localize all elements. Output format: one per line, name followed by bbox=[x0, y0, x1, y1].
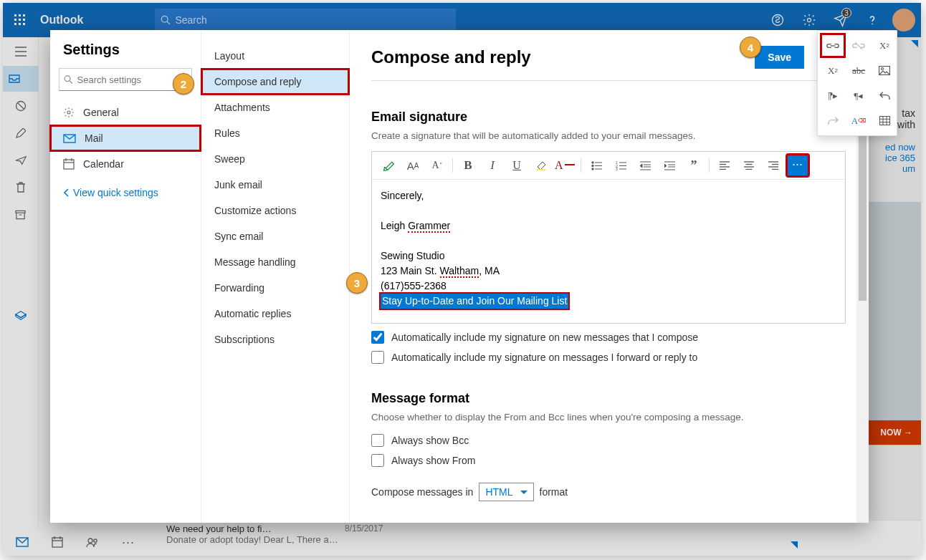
category-label: Mail bbox=[85, 132, 103, 144]
settings-title: Settings bbox=[50, 42, 201, 68]
svg-rect-35 bbox=[537, 169, 545, 170]
font-family-icon[interactable]: AA bbox=[402, 155, 424, 176]
sub-compose-and-reply[interactable]: Compose and reply bbox=[201, 69, 349, 95]
numbering-icon[interactable]: 123 bbox=[610, 155, 631, 176]
svg-text:3: 3 bbox=[616, 167, 618, 170]
signature-description: Create a signature that will be automati… bbox=[371, 130, 846, 141]
chk-label: Automatically include my signature on ne… bbox=[391, 332, 698, 343]
signature-heading: Email signature bbox=[371, 110, 846, 125]
callout-2: 2 bbox=[173, 73, 194, 95]
mail-icon bbox=[63, 134, 76, 143]
compose-in-suffix: format bbox=[540, 486, 568, 498]
strikethrough-icon[interactable]: abc bbox=[848, 60, 869, 81]
svg-point-27 bbox=[65, 76, 70, 82]
category-label: Calendar bbox=[83, 158, 124, 170]
clear-formatting-icon[interactable]: A⌫ bbox=[848, 110, 869, 131]
settings-search-input[interactable] bbox=[77, 74, 188, 85]
category-label: General bbox=[83, 107, 119, 118]
italic-icon[interactable]: I bbox=[482, 155, 503, 176]
svg-rect-31 bbox=[64, 160, 74, 169]
sig-line: (617)555-2368 bbox=[381, 279, 836, 294]
rtl-icon[interactable]: ¶◂ bbox=[848, 85, 869, 106]
font-color-icon[interactable]: A bbox=[555, 155, 576, 176]
sig-line: 123 Main St. Waltham, MA bbox=[381, 264, 836, 279]
font-size-icon[interactable]: A˅ bbox=[426, 155, 448, 176]
compose-in-label: Compose messages in bbox=[371, 486, 473, 498]
sig-line: Sewing Studio bbox=[381, 248, 836, 264]
chk-label: Always show Bcc bbox=[391, 435, 469, 446]
category-general[interactable]: General bbox=[50, 100, 201, 125]
svg-point-71 bbox=[882, 68, 884, 70]
align-left-icon[interactable] bbox=[714, 155, 735, 176]
callout-4: 4 bbox=[740, 37, 761, 58]
gear-icon bbox=[63, 107, 75, 118]
sub-sync-email[interactable]: Sync email bbox=[201, 223, 349, 249]
chevron-left-icon bbox=[63, 188, 70, 197]
undo-icon[interactable] bbox=[874, 85, 895, 106]
highlight-icon[interactable] bbox=[530, 155, 552, 176]
callout-3: 3 bbox=[346, 272, 368, 294]
chk-include-fwd[interactable] bbox=[371, 351, 384, 364]
chk-include-new[interactable] bbox=[371, 331, 384, 344]
svg-rect-72 bbox=[879, 117, 889, 125]
svg-line-69 bbox=[855, 42, 862, 49]
insert-table-icon[interactable] bbox=[874, 110, 895, 131]
redo-icon[interactable] bbox=[822, 110, 844, 131]
chk-show-bcc[interactable] bbox=[371, 434, 384, 447]
indent-icon[interactable] bbox=[659, 155, 680, 176]
sub-automatic-replies[interactable]: Automatic replies bbox=[201, 301, 349, 327]
align-right-icon[interactable] bbox=[763, 155, 784, 176]
sig-line: Sincerely, bbox=[381, 188, 836, 203]
superscript-icon[interactable]: X2 bbox=[874, 35, 895, 56]
calendar-icon bbox=[63, 158, 75, 170]
more-formatting-icon[interactable]: ··· bbox=[787, 155, 808, 176]
sub-rules[interactable]: Rules bbox=[201, 120, 349, 146]
sig-mailing-list-link[interactable]: Stay Up-to-Date and Join Our Mailing Lis… bbox=[381, 294, 568, 309]
quote-icon[interactable]: ” bbox=[683, 155, 705, 176]
search-icon bbox=[64, 74, 73, 85]
category-mail[interactable]: Mail bbox=[50, 125, 201, 151]
sub-layout[interactable]: Layout bbox=[201, 43, 349, 69]
format-painter-icon[interactable] bbox=[378, 155, 399, 176]
svg-point-40 bbox=[591, 168, 593, 169]
settings-search[interactable] bbox=[59, 68, 192, 91]
sub-subscriptions[interactable]: Subscriptions bbox=[201, 327, 349, 352]
sig-line: Leigh Grammer bbox=[381, 218, 836, 233]
svg-line-28 bbox=[70, 81, 72, 84]
align-center-icon[interactable] bbox=[738, 155, 760, 176]
signature-editor[interactable]: AA A˅ B I U A 123 ” bbox=[371, 151, 846, 324]
save-button[interactable]: Save bbox=[755, 46, 804, 69]
extra-formatting-popover: X2 X2 abc ¶▸ ¶◂ A⌫ bbox=[817, 30, 897, 136]
svg-point-29 bbox=[67, 111, 70, 114]
settings-modal: Settings General Mail Calendar View quic… bbox=[50, 30, 869, 523]
outdent-icon[interactable] bbox=[634, 155, 656, 176]
sub-customize-actions[interactable]: Customize actions bbox=[201, 198, 349, 223]
svg-point-38 bbox=[591, 165, 593, 166]
sub-message-handling[interactable]: Message handling bbox=[201, 249, 349, 275]
bold-icon[interactable]: B bbox=[457, 155, 479, 176]
signature-body[interactable]: Sincerely, Leigh Grammer Sewing Studio 1… bbox=[372, 180, 845, 323]
quick-settings-label: View quick settings bbox=[73, 187, 158, 198]
remove-link-icon[interactable] bbox=[848, 35, 869, 56]
chk-show-from[interactable] bbox=[371, 454, 384, 467]
message-format-description: Choose whether to display the From and B… bbox=[371, 412, 846, 423]
category-calendar[interactable]: Calendar bbox=[50, 151, 201, 177]
sub-forwarding[interactable]: Forwarding bbox=[201, 275, 349, 301]
sub-sweep[interactable]: Sweep bbox=[201, 146, 349, 172]
view-quick-settings-link[interactable]: View quick settings bbox=[50, 177, 201, 208]
message-format-heading: Message format bbox=[371, 391, 846, 406]
insert-link-icon[interactable] bbox=[822, 35, 844, 56]
sub-attachments[interactable]: Attachments bbox=[201, 95, 349, 120]
compose-format-select[interactable]: HTML bbox=[479, 483, 533, 501]
chk-label: Always show From bbox=[391, 455, 475, 466]
underline-icon[interactable]: U bbox=[506, 155, 528, 176]
ltr-icon[interactable]: ¶▸ bbox=[822, 85, 844, 106]
sub-junk-email[interactable]: Junk email bbox=[201, 172, 349, 198]
subscript-icon[interactable]: X2 bbox=[822, 60, 844, 81]
bullets-icon[interactable] bbox=[586, 155, 607, 176]
insert-image-icon[interactable] bbox=[874, 60, 895, 81]
chk-label: Automatically include my signature on me… bbox=[391, 352, 697, 363]
svg-point-36 bbox=[591, 161, 593, 163]
